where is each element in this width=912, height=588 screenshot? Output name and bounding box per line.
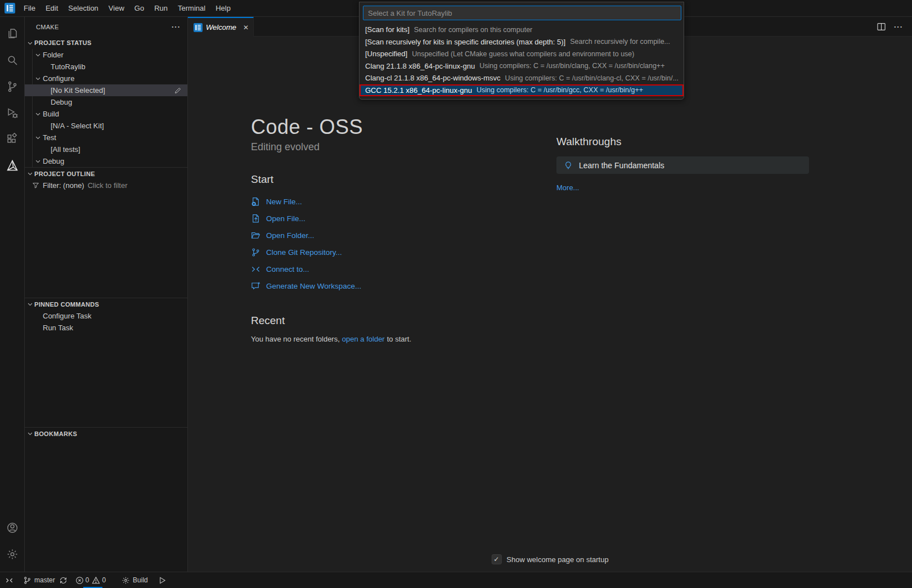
tree-row-label: TutoRaylib	[51, 62, 86, 71]
chevron-down-icon	[27, 301, 33, 307]
start-link-label: Generate New Workspace...	[266, 282, 361, 290]
walkthroughs-heading: Walkthroughs	[556, 115, 821, 148]
menu-bar: FileEditSelectionViewGoRunTerminalHelp	[19, 0, 236, 16]
tree-row[interactable]: Configure	[25, 73, 187, 84]
kit-quick-pick: [Scan for kits] Search for compilers on …	[359, 2, 684, 100]
search-icon[interactable]	[0, 47, 25, 73]
start-link[interactable]: Open Folder...	[251, 227, 556, 244]
bookmarks-header[interactable]: BOOKMARKS	[25, 427, 187, 439]
kit-option[interactable]: [Scan recursively for kits in specific d…	[360, 36, 684, 48]
walkthroughs-more-link[interactable]: More...	[556, 183, 579, 192]
start-link[interactable]: New File...	[251, 193, 556, 210]
branch-name: master	[34, 576, 55, 584]
tree-row-label: Build	[43, 110, 59, 118]
vscode-logo-icon	[5, 3, 15, 14]
kit-option-label: GCC 15.2.1 x86_64-pc-linux-gnu	[365, 86, 472, 95]
tree-row[interactable]: [N/A - Select Kit]	[25, 120, 187, 132]
activity-bar	[0, 17, 25, 572]
project-status-header[interactable]: PROJECT STATUS	[25, 37, 187, 49]
problems-status[interactable]: 0 0	[71, 572, 110, 588]
tree-row[interactable]: TutoRaylib	[25, 61, 187, 73]
remote-indicator[interactable]	[0, 572, 19, 588]
start-link[interactable]: Open File...	[251, 210, 556, 227]
start-link[interactable]: Connect to...	[251, 261, 556, 277]
chevron-down-icon	[27, 40, 33, 46]
more-actions-icon[interactable]: ···	[894, 23, 903, 31]
tree-row[interactable]: Folder	[25, 49, 187, 61]
kit-option[interactable]: [Unspecified] Unspecified (Let CMake gue…	[360, 48, 684, 60]
lightbulb-icon	[564, 161, 573, 170]
start-heading: Start	[251, 173, 556, 186]
tab-welcome[interactable]: Welcome ✕	[188, 17, 254, 37]
split-editor-icon[interactable]	[877, 22, 886, 32]
menu-item[interactable]: View	[104, 0, 129, 17]
kit-option[interactable]: GCC 15.2.1 x86_64-pc-linux-gnu Using com…	[360, 84, 684, 97]
project-outline-header[interactable]: PROJECT OUTLINE	[25, 167, 187, 179]
chevron-down-icon	[35, 158, 41, 164]
connect-icon	[251, 264, 260, 274]
walkthrough-label: Learn the Fundamentals	[579, 161, 664, 170]
startup-checkbox-label: Show welcome page on startup	[506, 555, 608, 564]
launch-button[interactable]	[154, 572, 170, 588]
run-debug-icon[interactable]	[0, 100, 25, 126]
cmake-icon[interactable]	[0, 152, 25, 179]
kit-option-label: Clang-cl 21.1.8 x86_64-pc-windows-msvc	[365, 74, 501, 82]
remote-icon	[5, 576, 14, 585]
open-a-folder-link[interactable]: open a folder	[342, 335, 385, 343]
tree-row-label: [All tests]	[51, 145, 80, 154]
pinned-command-row[interactable]: Run Task	[25, 322, 187, 334]
kit-option-label: [Unspecified]	[365, 50, 407, 58]
more-actions-icon[interactable]: ···	[172, 23, 181, 31]
walkthrough-learn-fundamentals[interactable]: Learn the Fundamentals	[556, 156, 809, 174]
tree-row[interactable]: Test	[25, 132, 187, 143]
tree-row-label: Configure	[43, 74, 74, 83]
welcome-startup-checkbox[interactable]: ✓	[491, 554, 501, 564]
pinned-command-row[interactable]: Configure Task	[25, 310, 187, 322]
kit-option[interactable]: [Scan for kits] Search for compilers on …	[360, 24, 684, 36]
kit-option[interactable]: Clang 21.1.8 x86_64-pc-linux-gnu Using c…	[360, 60, 684, 73]
kit-option-description: Search for compilers on this computer	[414, 26, 533, 34]
generate-workspace-icon	[251, 281, 260, 291]
welcome-tab-icon	[194, 23, 203, 32]
chevron-down-icon	[27, 430, 33, 437]
tree-row[interactable]: [No Kit Selected]	[25, 84, 187, 96]
account-icon[interactable]	[0, 514, 25, 541]
sync-icon[interactable]	[59, 576, 68, 585]
outline-filter[interactable]: Filter: (none) Click to filter	[25, 179, 187, 191]
menu-item[interactable]: Go	[129, 0, 149, 17]
startup-checkbox-row: ✓ Show welcome page on startup	[491, 554, 608, 564]
menu-item[interactable]: Terminal	[173, 0, 210, 17]
cmake-build-button[interactable]: Build	[118, 572, 152, 588]
menu-item[interactable]: Selection	[63, 0, 103, 17]
tree-row[interactable]: [All tests]	[25, 143, 187, 155]
kit-list: [Scan for kits] Search for compilers on …	[360, 24, 684, 96]
tree-row-label: Test	[43, 133, 56, 142]
files-icon[interactable]	[0, 20, 25, 47]
settings-gear-icon[interactable]	[0, 541, 25, 567]
branch-status[interactable]: master	[19, 572, 71, 588]
tree-row[interactable]: Debug	[25, 96, 187, 108]
clone-repo-icon	[251, 248, 260, 257]
edit-pencil-icon[interactable]	[174, 87, 182, 95]
section-bookmarks: BOOKMARKS	[25, 427, 187, 572]
chevron-down-icon	[35, 52, 41, 58]
start-link[interactable]: Generate New Workspace...	[251, 277, 556, 294]
tree-row-label: [No Kit Selected]	[51, 86, 105, 95]
menu-item[interactable]: Run	[149, 0, 173, 17]
menu-item[interactable]: Help	[210, 0, 236, 17]
menu-item[interactable]: File	[19, 0, 41, 17]
chevron-down-icon	[27, 170, 33, 177]
tree-row[interactable]: Build	[25, 108, 187, 120]
kit-option-description: Search recursively for compile...	[570, 38, 670, 46]
kit-option[interactable]: Clang-cl 21.1.8 x86_64-pc-windows-msvc U…	[360, 72, 684, 84]
source-control-icon[interactable]	[0, 73, 25, 100]
pinned-command-label: Configure Task	[43, 312, 91, 320]
pinned-commands-header[interactable]: PINNED COMMANDS	[25, 298, 187, 310]
tree-row-label: Debug	[51, 98, 72, 106]
kit-search-input[interactable]	[363, 6, 681, 20]
menu-item[interactable]: Edit	[41, 0, 63, 17]
close-icon[interactable]: ✕	[243, 24, 249, 32]
extensions-icon[interactable]	[0, 126, 25, 152]
start-link[interactable]: Clone Git Repository...	[251, 244, 556, 261]
tree-row[interactable]: Debug	[25, 155, 187, 167]
